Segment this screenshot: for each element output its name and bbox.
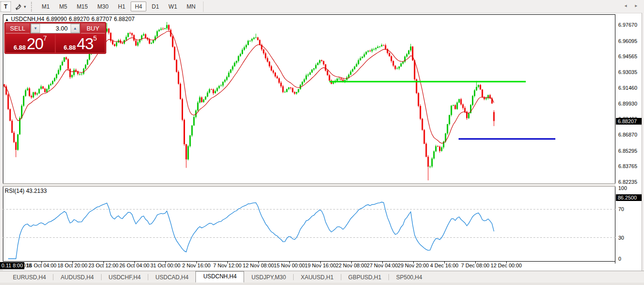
buy-button[interactable]: BUY — [81, 23, 105, 33]
rsi-line — [8, 202, 494, 259]
volume-stepper: ▼ ▲ — [31, 23, 80, 33]
rsi-level-badge: 86.2500 — [616, 194, 642, 201]
price-axis-label: 6.96095 — [618, 38, 637, 44]
buy-price-display[interactable]: 6.88 43 5 — [56, 34, 105, 53]
sell-price-sup: 7 — [43, 35, 47, 41]
tab-audusd-h4[interactable]: AUDUSD,H4 — [53, 273, 101, 282]
timeframe-m15[interactable]: M15 — [72, 1, 92, 11]
time-cursor-badge: 0.11 8:00 — [0, 262, 24, 269]
time-axis-label: 12 Dec 00:00 — [487, 263, 525, 268]
sell-price-big: 20 — [27, 37, 43, 51]
tab-scroll-left-icon[interactable]: ◂ — [624, 3, 627, 8]
rsi-axis-label: 100 — [618, 185, 627, 191]
tab-sp500-h4[interactable]: SP500,H4 — [389, 273, 429, 282]
tab-scroll-right-icon[interactable]: ▸ — [635, 3, 637, 8]
time-label-remnant: 018 — [23, 263, 31, 268]
spin-up-icon: ▲ — [73, 26, 77, 31]
buy-price-prefix: 6.88 — [64, 44, 76, 51]
toolbar-grip[interactable] — [31, 2, 34, 11]
window-frame-right — [642, 13, 644, 283]
timeframe-m30[interactable]: M30 — [93, 1, 112, 11]
tab-xauusd-h1[interactable]: XAUUSD,H1 — [294, 273, 341, 282]
text-tool-icon: T — [4, 3, 7, 10]
price-axis-label: 6.91460 — [618, 85, 637, 91]
timeframe-m5[interactable]: M5 — [55, 1, 72, 11]
toolbar-separator — [203, 1, 204, 12]
price-axis-label: 6.97670 — [618, 22, 637, 28]
sell-button[interactable]: SELL — [6, 23, 30, 33]
text-tool-button[interactable]: T — [0, 1, 11, 12]
rsi-axis-label: 0 — [618, 256, 621, 262]
volume-increase-button[interactable]: ▲ — [71, 24, 80, 33]
price-axis-label: 6.83765 — [618, 163, 637, 169]
symbol-tab-bar: EURUSD,H4AUDUSD,H4USDCHF,H4USDCAD,H4USDC… — [0, 271, 644, 283]
price-axis-label: 6.94565 — [618, 53, 637, 59]
sell-price-display[interactable]: 6.88 20 7 — [6, 34, 55, 53]
indicator-window-splitter[interactable] — [3, 183, 615, 187]
cursor-tool-button[interactable]: ▾ — [15, 2, 26, 11]
price-axis-label: 6.86870 — [618, 132, 637, 137]
buy-button-label: BUY — [87, 25, 100, 32]
cursor-mode-icon — [15, 3, 22, 10]
timeframe-d1[interactable]: D1 — [147, 1, 163, 11]
tab-gbpusd-h1[interactable]: GBPUSD,H1 — [341, 273, 388, 282]
volume-decrease-button[interactable]: ▼ — [31, 24, 40, 33]
tab-eurusd-h4[interactable]: EURUSD,H4 — [6, 273, 53, 282]
one-click-trade-panel: SELL ▼ ▲ BUY 6.88 20 7 6.88 43 5 — [4, 22, 106, 54]
tab-usdcad-h4[interactable]: USDCAD,H4 — [148, 273, 195, 282]
buy-price-sup: 5 — [93, 35, 97, 41]
timeframe-w1[interactable]: W1 — [164, 1, 182, 11]
price-axis-label: 6.89930 — [618, 101, 637, 106]
rsi-axis-label: 70 — [618, 206, 624, 212]
timeframe-mn[interactable]: MN — [183, 1, 200, 11]
price-axis-label: 6.85295 — [618, 148, 637, 154]
timeframe-h1[interactable]: H1 — [114, 1, 130, 11]
price-axis-label: 6.93035 — [618, 69, 637, 75]
tab-usdchf-h4[interactable]: USDCHF,H4 — [102, 273, 148, 282]
timeframe-button-row: M1M5M15M30H1H4D1W1MN — [37, 1, 201, 11]
trading-terminal-window: T ▾ M1M5M15M30H1H4D1W1MN ▲USDCNH,H46.890… — [0, 0, 644, 285]
volume-input[interactable] — [40, 24, 71, 33]
timeframe-h4[interactable]: H4 — [131, 1, 146, 11]
dropdown-caret-icon: ▾ — [24, 4, 26, 9]
sell-button-label: SELL — [10, 25, 25, 32]
buy-price-big: 43 — [77, 37, 93, 51]
tab-usdjpy-m30[interactable]: USDJPY,M30 — [244, 273, 293, 282]
price-axis-label: 6.82235 — [618, 179, 637, 185]
window-frame-bottom — [0, 283, 644, 285]
current-price-badge: 6.88207 — [616, 118, 642, 125]
rsi-indicator-label: RSI(14) 43.2133 — [5, 188, 47, 194]
tab-usdcnh-h4[interactable]: USDCNH,H4 — [195, 271, 244, 283]
toolbar: T ▾ M1M5M15M30H1H4D1W1MN — [0, 0, 644, 13]
rsi-axis-label: 30 — [618, 235, 624, 241]
spin-down-icon: ▼ — [34, 26, 38, 31]
timeframe-m1[interactable]: M1 — [38, 1, 54, 11]
sell-price-prefix: 6.88 — [14, 44, 26, 51]
